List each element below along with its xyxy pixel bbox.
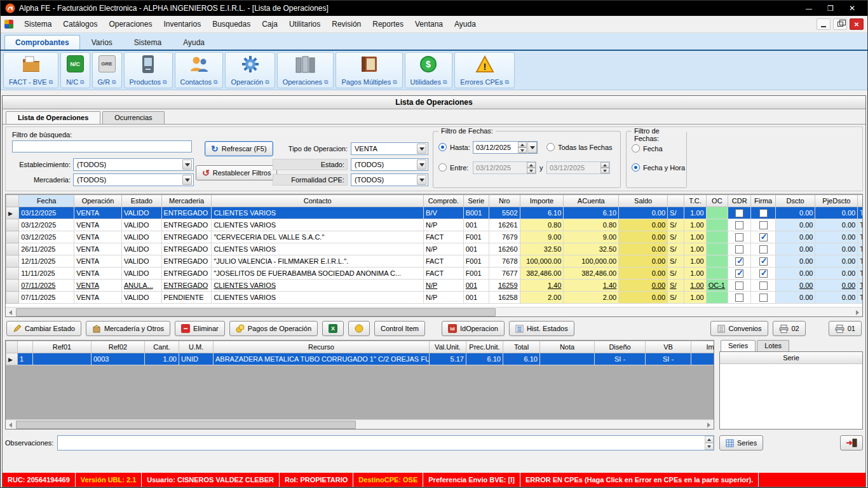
cell-estado[interactable]: VALIDO: [121, 255, 161, 268]
cell-tc[interactable]: 1.00: [684, 292, 706, 304]
firma-checkbox[interactable]: [759, 245, 768, 254]
cell-estado[interactable]: VALIDO: [121, 207, 161, 219]
toolbar-gr-button[interactable]: GRE G/R: [92, 52, 122, 88]
cell-ref01[interactable]: [33, 353, 92, 365]
cell-cdr[interactable]: [728, 292, 751, 304]
cell-contacto[interactable]: CLIENTES VARIOS: [212, 207, 424, 219]
hasta-radio[interactable]: [438, 143, 447, 151]
cell-estado[interactable]: ANULA...: [121, 280, 161, 292]
cell-acuenta[interactable]: 0.80: [564, 219, 619, 231]
col-header-oc[interactable]: OC: [706, 195, 728, 207]
fecha-radio[interactable]: [632, 144, 640, 152]
cell-moneda[interactable]: S/: [668, 292, 684, 304]
observaciones-scrollbar[interactable]: [705, 436, 714, 450]
todas-fechas-radio[interactable]: [546, 143, 555, 151]
cell-estado[interactable]: VALIDO: [121, 219, 161, 231]
cell-oc[interactable]: [706, 243, 728, 255]
cell-oc[interactable]: [706, 207, 728, 219]
cell-tc[interactable]: 1.00: [684, 243, 706, 255]
cell-ref02[interactable]: 0003: [92, 353, 145, 365]
row-indicator[interactable]: [6, 353, 18, 365]
cell-operacion[interactable]: VENTA: [74, 243, 122, 255]
cell-operacion[interactable]: VENTA: [74, 292, 122, 304]
tab-series[interactable]: Series: [721, 340, 756, 351]
cell-pjedscto[interactable]: 0.00: [815, 219, 858, 231]
cell-mercaderia[interactable]: ENTREGADO: [161, 268, 212, 280]
cell-oc[interactable]: [706, 268, 728, 280]
scroll-left-arrow[interactable]: [6, 308, 16, 317]
cdr-checkbox[interactable]: [735, 269, 743, 278]
cell-fecha[interactable]: 26/11/2025: [19, 243, 74, 255]
window-close-button[interactable]: [841, 1, 863, 15]
cell-saldo[interactable]: 0.00: [619, 268, 668, 280]
date-spinner[interactable]: [518, 142, 527, 153]
cell-acuenta[interactable]: 1.40: [564, 280, 619, 292]
cell-dscto[interactable]: 0.00: [775, 280, 815, 292]
serie-column-header[interactable]: Serie: [720, 352, 862, 364]
col-header-num[interactable]: [18, 341, 33, 353]
scrollbar-thumb[interactable]: [16, 308, 496, 316]
cell-importe[interactable]: 1.40: [520, 280, 564, 292]
hist-estados-button[interactable]: Hist. Estados: [509, 321, 574, 336]
cell-estado[interactable]: VALIDO: [121, 268, 161, 280]
cell-comprob[interactable]: N/P: [423, 292, 463, 304]
toolbar-utilidades-button[interactable]: $ Utilidades: [405, 52, 453, 88]
cell-serie[interactable]: 001: [463, 243, 489, 255]
col-header-um[interactable]: U.M.: [179, 341, 214, 353]
cell-diseno[interactable]: SI -: [595, 353, 646, 365]
cell-acuenta[interactable]: 32.50: [564, 243, 619, 255]
cell-oc[interactable]: OC-1: [706, 280, 728, 292]
toolbar-pagos-multiples-button[interactable]: Pagos Múltiples: [336, 52, 402, 88]
col-header-total[interactable]: Total: [503, 341, 540, 353]
exit-button[interactable]: [840, 435, 863, 451]
cell-moneda[interactable]: S/: [668, 243, 684, 255]
cell-contacto[interactable]: "CERVECERIA DEL VALLE S.A.C.": [212, 231, 424, 243]
cell-cdr[interactable]: [728, 280, 751, 292]
menu-operaciones[interactable]: Operaciones: [103, 17, 158, 31]
cell-serie[interactable]: F001: [463, 255, 489, 268]
cell-dscto[interactable]: 0.00: [775, 292, 815, 304]
tab-ayuda[interactable]: Ayuda: [173, 36, 215, 50]
cell-dscto[interactable]: 0.00: [775, 268, 815, 280]
eliminar-button[interactable]: Eliminar: [175, 321, 225, 336]
cell-dscto[interactable]: 0.00: [775, 255, 815, 268]
mdi-minimize-button[interactable]: [817, 18, 831, 30]
cell-serie[interactable]: 001: [463, 292, 489, 304]
firma-checkbox[interactable]: [759, 294, 768, 302]
series-list-body[interactable]: [720, 364, 862, 429]
tab-lista-de-operaciones[interactable]: Lista de Operaciones: [6, 111, 100, 124]
series-button[interactable]: Series: [719, 435, 763, 451]
detail-horizontal-scrollbar[interactable]: [6, 419, 714, 429]
cell-mercaderia[interactable]: ENTREGADO: [161, 243, 212, 255]
menu-inventarios[interactable]: Inventarios: [158, 17, 207, 31]
cell-um[interactable]: UNID: [179, 353, 214, 365]
toolbar-productos-button[interactable]: Productos: [124, 52, 173, 88]
calendar-drop-icon[interactable]: [527, 142, 537, 153]
cell-pjedscto[interactable]: 0.00: [815, 231, 858, 243]
cell-firma[interactable]: [751, 219, 775, 231]
col-header-vb[interactable]: VB: [646, 341, 691, 353]
fecha-hora-radio[interactable]: [632, 163, 640, 172]
cell-tc[interactable]: 1.00: [684, 255, 706, 268]
cell-nro[interactable]: 16259: [489, 280, 520, 292]
cell-firma[interactable]: [751, 243, 775, 255]
cell-tc[interactable]: 1.00: [684, 219, 706, 231]
cell-acuenta[interactable]: 9.00: [564, 231, 619, 243]
col-header-valunit[interactable]: Val.Unit.: [430, 341, 466, 353]
cell-operacion[interactable]: VENTA: [74, 268, 122, 280]
cell-comprob[interactable]: N/P: [423, 219, 463, 231]
toolbar-fact-bve-button[interactable]: FACT - BVE: [3, 52, 58, 88]
tab-sistema[interactable]: Sistema: [124, 36, 172, 50]
establecimiento-select[interactable]: (TODOS): [73, 158, 194, 171]
cell-mercaderia[interactable]: ENTREGADO: [161, 280, 212, 292]
row-indicator[interactable]: [6, 292, 19, 304]
grid-horizontal-scrollbar[interactable]: [6, 307, 862, 316]
cell-cdr[interactable]: [728, 219, 751, 231]
col-header-firma[interactable]: Firma: [751, 195, 775, 207]
cell-moneda[interactable]: S/: [668, 231, 684, 243]
cell-im[interactable]: [691, 353, 715, 365]
cell-dscto[interactable]: 0.00: [775, 219, 815, 231]
col-header-fecha[interactable]: Fecha: [19, 195, 74, 207]
col-header-comprob[interactable]: Comprob.: [423, 195, 463, 207]
cell-importe[interactable]: 9.00: [520, 231, 564, 243]
